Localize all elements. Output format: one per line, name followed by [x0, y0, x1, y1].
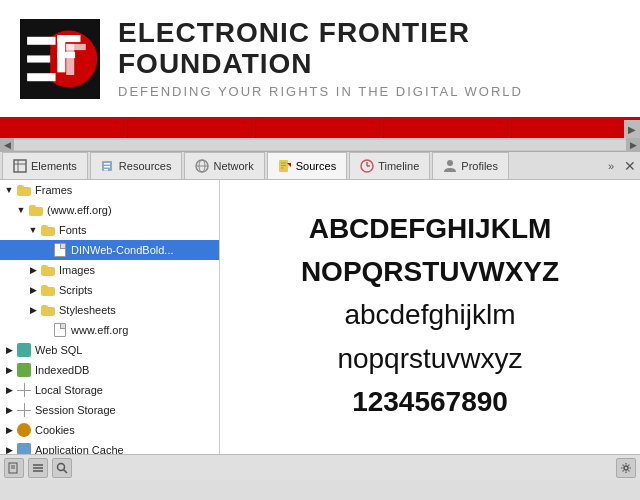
sidebar-item-www-eff-file[interactable]: www.eff.org [0, 320, 219, 340]
sidebar-item-appcache[interactable]: Application Cache [0, 440, 219, 454]
svg-rect-4 [27, 55, 50, 62]
nav-segment-4[interactable] [384, 120, 512, 138]
sidebar-item-scripts[interactable]: Scripts [0, 280, 219, 300]
svg-rect-10 [66, 43, 86, 49]
gear-icon [620, 462, 632, 474]
profiles-icon [443, 159, 457, 173]
cookies-triangle [4, 425, 14, 435]
font-file-label: DINWeb-CondBold... [71, 244, 174, 256]
folder-icon-3 [40, 222, 56, 238]
folder-icon-5 [40, 282, 56, 298]
www-file-triangle [40, 325, 50, 335]
svg-point-36 [58, 463, 65, 470]
resources-sidebar: Frames (www.eff.org) Fonts DINWeb-CondBo… [0, 180, 220, 454]
horizontal-scrollbar[interactable]: ◀ ▶ [0, 138, 640, 152]
svg-rect-3 [27, 36, 55, 44]
eff-logo [20, 19, 100, 99]
sidebar-item-frames[interactable]: Frames [0, 180, 219, 200]
devtools-bottom-toolbar [0, 454, 640, 480]
sidebar-item-images[interactable]: Images [0, 260, 219, 280]
folder-icon-2 [28, 202, 44, 218]
eff-banner: ELECTRONIC FRONTIER FOUNDATION DEFENDING… [0, 0, 640, 120]
banner-subtitle: DEFENDING YOUR RIGHTS IN THE DIGITAL WOR… [118, 84, 620, 99]
sessionstorage-label: Session Storage [35, 404, 116, 416]
sessionstorage-triangle [4, 405, 14, 415]
new-file-icon [8, 462, 20, 474]
tab-network-label: Network [213, 160, 253, 172]
indexeddb-icon [16, 362, 32, 378]
stylesheets-label: Stylesheets [59, 304, 116, 316]
file-icon [52, 242, 68, 258]
main-content-area: Frames (www.eff.org) Fonts DINWeb-CondBo… [0, 180, 640, 454]
sidebar-item-stylesheets[interactable]: Stylesheets [0, 300, 219, 320]
images-label: Images [59, 264, 95, 276]
search-button[interactable] [52, 458, 72, 478]
elements-icon [13, 159, 27, 173]
font-preview-line-1: ABCDEFGHIJKLM [301, 209, 559, 248]
sidebar-item-cookies[interactable]: Cookies [0, 420, 219, 440]
cookies-label: Cookies [35, 424, 75, 436]
sidebar-item-fonts[interactable]: Fonts [0, 220, 219, 240]
fonts-label: Fonts [59, 224, 87, 236]
sidebar-item-websql[interactable]: Web SQL [0, 340, 219, 360]
devtools-panel: Elements Resources Network [0, 152, 640, 480]
nav-segment-1[interactable] [0, 120, 128, 138]
stylesheets-triangle [28, 305, 38, 315]
scripts-triangle [28, 285, 38, 295]
banner-text: ELECTRONIC FRONTIER FOUNDATION DEFENDING… [118, 18, 620, 99]
scroll-right-btn[interactable]: ▶ [626, 138, 640, 152]
frames-label: Frames [35, 184, 72, 196]
svg-line-37 [64, 469, 68, 473]
font-file-triangle [40, 245, 50, 255]
sidebar-item-indexeddb[interactable]: IndexedDB [0, 360, 219, 380]
tab-profiles[interactable]: Profiles [432, 152, 509, 179]
tab-more-button[interactable]: » [602, 152, 620, 179]
nav-segment-3[interactable] [256, 120, 384, 138]
search-icon [56, 462, 68, 474]
frames-triangle [4, 185, 14, 195]
font-preview-line-3: abcdefghijklm [301, 295, 559, 334]
www-eff-triangle [16, 205, 26, 215]
scroll-left-btn[interactable]: ◀ [0, 138, 14, 152]
banner-title: ELECTRONIC FRONTIER FOUNDATION [118, 18, 620, 80]
tab-elements[interactable]: Elements [2, 152, 88, 179]
svg-point-29 [447, 160, 453, 166]
sidebar-item-www-eff[interactable]: (www.eff.org) [0, 200, 219, 220]
sidebar-item-sessionstorage[interactable]: Session Storage [0, 400, 219, 420]
nav-segment-2[interactable] [128, 120, 256, 138]
tab-sources[interactable]: Sources [267, 152, 347, 179]
websql-icon [16, 342, 32, 358]
svg-rect-5 [27, 73, 55, 81]
nav-segment-5[interactable] [512, 120, 640, 138]
settings-button[interactable] [616, 458, 636, 478]
devtools-tab-bar: Elements Resources Network [0, 152, 640, 180]
scrollbar-track[interactable] [14, 140, 626, 150]
indexeddb-label: IndexedDB [35, 364, 89, 376]
nav-scroll-arrow[interactable]: ▶ [624, 120, 640, 138]
font-preview-area: ABCDEFGHIJKLM NOPQRSTUVWXYZ abcdefghijkl… [220, 180, 640, 454]
websql-label: Web SQL [35, 344, 83, 356]
font-preview: ABCDEFGHIJKLM NOPQRSTUVWXYZ abcdefghijkl… [301, 209, 559, 425]
sidebar-item-localstorage[interactable]: Local Storage [0, 380, 219, 400]
folder-icon-6 [40, 302, 56, 318]
list-view-button[interactable] [28, 458, 48, 478]
folder-icon [16, 182, 32, 198]
resources-icon [101, 159, 115, 173]
appcache-triangle [4, 445, 14, 454]
tab-resources[interactable]: Resources [90, 152, 183, 179]
tab-timeline[interactable]: Timeline [349, 152, 430, 179]
tab-sources-label: Sources [296, 160, 336, 172]
www-eff-file-label: www.eff.org [71, 324, 128, 336]
folder-icon-4 [40, 262, 56, 278]
www-eff-label: (www.eff.org) [47, 204, 112, 216]
sidebar-item-font-file[interactable]: DINWeb-CondBold... [0, 240, 219, 260]
svg-rect-15 [104, 163, 110, 165]
svg-rect-16 [104, 166, 110, 168]
new-file-button[interactable] [4, 458, 24, 478]
websql-triangle [4, 345, 14, 355]
tab-network[interactable]: Network [184, 152, 264, 179]
devtools-close-button[interactable]: ✕ [620, 152, 640, 179]
svg-point-38 [624, 466, 628, 470]
file-icon-2 [52, 322, 68, 338]
sessionstorage-icon [16, 402, 32, 418]
